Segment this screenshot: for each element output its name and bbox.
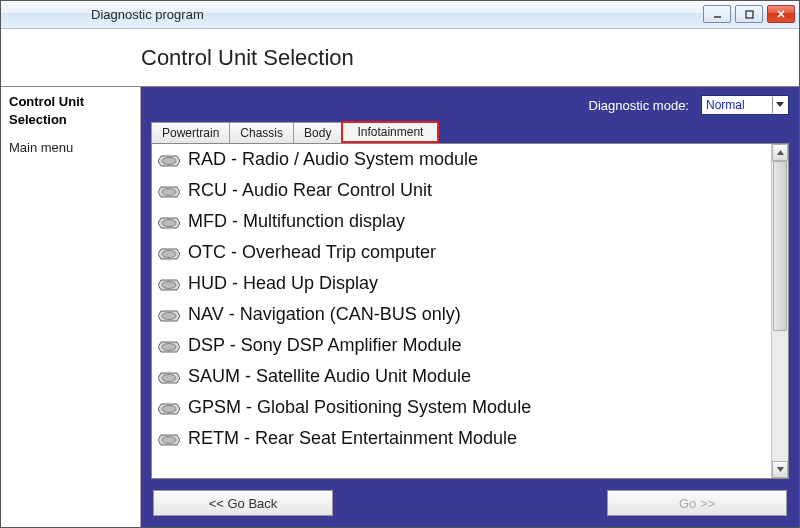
svg-point-12 (162, 250, 176, 257)
header: Control Unit Selection (1, 29, 799, 87)
list-item-label: GPSM - Global Positioning System Module (188, 397, 531, 418)
list-item[interactable]: DSP - Sony DSP Amplifier Module (152, 330, 771, 361)
list-item[interactable]: GPSM - Global Positioning System Module (152, 392, 771, 423)
list-item[interactable]: RAD - Radio / Audio System module (152, 144, 771, 175)
list-item-label: RCU - Audio Rear Control Unit (188, 180, 432, 201)
svg-point-18 (162, 343, 176, 350)
svg-point-6 (162, 157, 176, 164)
go-button[interactable]: Go >> (607, 490, 787, 516)
ecu-icon (158, 276, 180, 292)
diagnostic-mode-label: Diagnostic mode: (589, 98, 689, 113)
ecu-icon (158, 400, 180, 416)
svg-marker-4 (776, 102, 784, 107)
ecu-icon (158, 245, 180, 261)
maximize-button[interactable] (735, 5, 763, 23)
list-item[interactable]: SAUM - Satellite Audio Unit Module (152, 361, 771, 392)
tab-infotainment[interactable]: Infotainment (341, 121, 439, 143)
svg-marker-26 (777, 467, 784, 472)
svg-rect-1 (746, 11, 753, 18)
page-title: Control Unit Selection (141, 45, 354, 71)
scroll-track[interactable] (772, 161, 788, 461)
ecu-icon (158, 338, 180, 354)
tab-chassis[interactable]: Chassis (229, 122, 294, 143)
list-item-label: NAV - Navigation (CAN-BUS only) (188, 304, 461, 325)
svg-point-8 (162, 188, 176, 195)
list-item-label: OTC - Overhead Trip computer (188, 242, 436, 263)
ecu-icon (158, 369, 180, 385)
window-controls (703, 5, 795, 23)
svg-point-16 (162, 312, 176, 319)
go-back-button[interactable]: << Go Back (153, 490, 333, 516)
scroll-up-button[interactable] (772, 144, 788, 161)
scroll-down-button[interactable] (772, 461, 788, 478)
close-button[interactable] (767, 5, 795, 23)
diagnostic-mode-value: Normal (706, 98, 745, 112)
list-item-label: RETM - Rear Seat Entertainment Module (188, 428, 517, 449)
svg-point-14 (162, 281, 176, 288)
list-item[interactable]: OTC - Overhead Trip computer (152, 237, 771, 268)
svg-point-24 (162, 436, 176, 443)
list-item-label: HUD - Head Up Display (188, 273, 378, 294)
list-item-label: RAD - Radio / Audio System module (188, 149, 478, 170)
tab-powertrain[interactable]: Powertrain (151, 122, 230, 143)
sidebar-item-main-menu[interactable]: Main menu (9, 139, 132, 157)
bottom-bar: << Go Back Go >> (151, 485, 789, 521)
sidebar: Control Unit Selection Main menu (1, 87, 141, 527)
close-icon (776, 9, 786, 19)
list-item[interactable]: RCU - Audio Rear Control Unit (152, 175, 771, 206)
list-item[interactable]: RETM - Rear Seat Entertainment Module (152, 423, 771, 454)
scroll-thumb[interactable] (773, 161, 787, 331)
list-item-label: DSP - Sony DSP Amplifier Module (188, 335, 461, 356)
sidebar-heading-line1: Control Unit (9, 93, 132, 111)
chevron-down-icon (777, 467, 784, 472)
ecu-icon (158, 214, 180, 230)
tab-body[interactable]: Body (293, 122, 342, 143)
module-list: RAD - Radio / Audio System module RCU - … (151, 143, 789, 479)
scrollbar[interactable] (771, 144, 788, 478)
titlebar: Diagnostic program (1, 1, 799, 29)
ecu-icon (158, 307, 180, 323)
diagnostic-mode-select[interactable]: Normal (701, 95, 789, 115)
minimize-button[interactable] (703, 5, 731, 23)
window-title: Diagnostic program (91, 7, 204, 22)
minimize-icon (713, 10, 722, 19)
content-panel: Diagnostic mode: Normal Powertrain Chass… (141, 87, 799, 527)
list-item-label: MFD - Multifunction display (188, 211, 405, 232)
ecu-icon (158, 431, 180, 447)
svg-point-10 (162, 219, 176, 226)
chevron-down-icon (772, 97, 786, 113)
list-item[interactable]: HUD - Head Up Display (152, 268, 771, 299)
ecu-icon (158, 183, 180, 199)
svg-point-22 (162, 405, 176, 412)
ecu-icon (158, 152, 180, 168)
list-item[interactable]: NAV - Navigation (CAN-BUS only) (152, 299, 771, 330)
tab-strip: Powertrain Chassis Body Infotainment (151, 121, 789, 143)
module-list-inner: RAD - Radio / Audio System module RCU - … (152, 144, 771, 478)
main-area: Control Unit Selection Main menu Diagnos… (1, 87, 799, 527)
list-item-label: SAUM - Satellite Audio Unit Module (188, 366, 471, 387)
sidebar-heading-line2: Selection (9, 111, 132, 129)
chevron-up-icon (777, 150, 784, 155)
svg-marker-25 (777, 150, 784, 155)
mode-row: Diagnostic mode: Normal (151, 93, 789, 117)
list-item[interactable]: MFD - Multifunction display (152, 206, 771, 237)
maximize-icon (745, 10, 754, 19)
svg-point-20 (162, 374, 176, 381)
